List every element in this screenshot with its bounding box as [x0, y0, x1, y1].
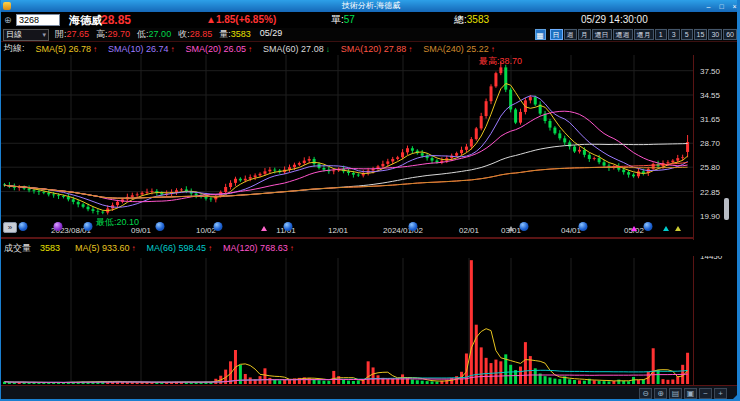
indicator-SMA(10): SMA(10) 26.74↑ [108, 44, 175, 54]
date-label: 02/01 [459, 226, 479, 235]
stock-price: 28.85 [101, 12, 131, 28]
quote-datetime: 05/29 14:30:00 [581, 12, 648, 28]
indicator-SMA(20): SMA(20) 26.05↑ [186, 44, 253, 54]
period-buttons: 日週月還日還週還月135153060 [549, 29, 737, 40]
period-button-月[interactable]: 月 [578, 29, 591, 40]
single-volume-value: 57 [344, 14, 355, 25]
indicator-MA(5): MA(5) 933.60↑ [75, 243, 136, 253]
layout-icon[interactable]: ▣ [684, 388, 697, 399]
event-marker-triangle[interactable] [631, 226, 637, 231]
period-button-3[interactable]: 3 [668, 29, 680, 40]
up-arrow-icon: ↑ [491, 45, 495, 54]
event-marker-circle[interactable] [409, 222, 418, 231]
ohlc-開: 開:27.65 [55, 28, 89, 41]
volume-indicator-row[interactable]: 成交量 3583 MA(5) 933.60↑MA(66) 598.45↑MA(1… [1, 240, 740, 256]
ohlc-量: 量:3583 [219, 28, 251, 41]
highest-price-label: 最高:38.70 [479, 55, 522, 68]
indicator-SMA(60): SMA(60) 27.08↓ [263, 44, 330, 54]
period-button-還週[interactable]: 還週 [613, 29, 633, 40]
volume-ma-items: MA(5) 933.60↑MA(66) 598.45↑MA(120) 768.6… [64, 243, 294, 253]
stock-picker-icon[interactable]: ⊕ [4, 12, 12, 28]
total-volume-label: 總: [454, 14, 467, 25]
window-title: 技術分析-海德威 [1, 0, 740, 12]
date-label: 12/01 [328, 226, 348, 235]
event-marker-circle[interactable] [54, 222, 63, 231]
price-axis-column: 37.5034.5531.6528.7025.8022.8519.90 1445… [693, 55, 738, 385]
info-bar: ⊕ 海德威 28.85 ▲1.85(+6.85%) 單:57 總:3583 05… [1, 12, 740, 28]
price-axis-label: 25.80 [700, 163, 720, 172]
period-button-15[interactable]: 15 [694, 29, 708, 40]
event-marker-triangle[interactable] [675, 226, 681, 231]
plus-icon[interactable]: + [714, 388, 727, 399]
volume-row-label: 成交量 [4, 242, 31, 255]
bottom-status-bar: ⊖⊕▤▣−+ [1, 386, 740, 401]
ohlc-高: 高:29.70 [96, 28, 130, 41]
ohlc-低: 低:27.00 [137, 28, 171, 41]
app-window: 技術分析-海德威 –□× ⊕ 海德威 28.85 ▲1.85(+6.85%) 單… [0, 0, 740, 401]
sma-row-label: 均線: [4, 42, 25, 55]
maximize-button[interactable]: □ [715, 1, 728, 12]
event-marker-circle[interactable] [214, 222, 223, 231]
event-marker-triangle[interactable] [261, 226, 267, 231]
panel-icon[interactable]: ▤ [669, 388, 682, 399]
event-marker-triangle[interactable] [508, 226, 514, 231]
zoom-in-icon[interactable]: ⊕ [654, 388, 667, 399]
price-axis-label: 28.70 [700, 139, 720, 148]
event-marker-circle[interactable] [644, 222, 653, 231]
window-controls: –□× [702, 1, 740, 12]
stock-code-input[interactable] [16, 14, 60, 26]
price-axis-label: 34.55 [700, 91, 720, 100]
period-button-還月[interactable]: 還月 [634, 29, 654, 40]
ohlc-收: 收:28.85 [178, 28, 212, 41]
single-volume: 單:57 [331, 12, 355, 28]
period-button-1[interactable]: 1 [655, 29, 667, 40]
period-button-30[interactable]: 30 [708, 29, 722, 40]
up-arrow-icon: ↑ [248, 45, 252, 54]
price-axis-label: 37.50 [700, 67, 720, 76]
down-arrow-icon: ↓ [326, 45, 330, 54]
period-button-日[interactable]: 日 [550, 29, 563, 40]
volume-total: 3583 [40, 243, 60, 253]
event-marker-circle[interactable] [19, 222, 28, 231]
event-marker-circle[interactable] [284, 222, 293, 231]
price-chart[interactable] [1, 55, 693, 220]
timeframe-dropdown[interactable]: 日線 ▾ [3, 29, 49, 41]
close-button[interactable]: × [728, 1, 740, 12]
volume-chart[interactable] [1, 258, 693, 384]
indicator-MA(120): MA(120) 768.63↑ [223, 243, 294, 253]
chart-toolbar: 日線 ▾ 開:27.65高:29.70低:27.00收:28.85量:35830… [1, 28, 740, 42]
total-volume-value: 3583 [467, 14, 489, 25]
price-axis-label: 19.90 [700, 212, 720, 221]
period-button-週[interactable]: 週 [564, 29, 577, 40]
sma-indicator-row[interactable]: 均線: SMA(5) 26.78↑SMA(10) 26.74↑SMA(20) 2… [1, 42, 740, 55]
up-arrow-icon: ↑ [132, 244, 136, 253]
stock-name: 海德威 [69, 12, 102, 28]
expand-axis-button[interactable]: » [3, 222, 17, 233]
event-marker-circle[interactable] [84, 222, 93, 231]
minus-icon[interactable]: − [699, 388, 712, 399]
event-marker-circle[interactable] [520, 222, 529, 231]
period-button-60[interactable]: 60 [723, 29, 737, 40]
up-arrow-icon: ↑ [93, 45, 97, 54]
title-bar: 技術分析-海德威 –□× [1, 0, 740, 12]
event-marker-circle[interactable] [579, 222, 588, 231]
resize-grip-icon[interactable] [732, 392, 740, 400]
chevron-down-icon: ▾ [42, 31, 46, 39]
scrollbar-thumb[interactable] [724, 198, 729, 220]
event-marker-circle[interactable] [156, 222, 165, 231]
sma-items: SMA(5) 26.78↑SMA(10) 26.74↑SMA(20) 26.05… [25, 44, 495, 54]
zoom-out-icon[interactable]: ⊖ [639, 388, 652, 399]
period-button-5[interactable]: 5 [681, 29, 693, 40]
minimize-button[interactable]: – [702, 1, 715, 12]
price-axis-label: 31.65 [700, 115, 720, 124]
up-arrow-icon: ↑ [290, 244, 294, 253]
stock-change: ▲1.85(+6.85%) [206, 12, 276, 28]
event-marker-triangle[interactable] [663, 226, 669, 231]
bottom-icons: ⊖⊕▤▣−+ [637, 388, 727, 399]
ohlc-date: 05/29 [260, 28, 283, 41]
period-button-還日[interactable]: 還日 [592, 29, 612, 40]
timeframe-value: 日線 [6, 29, 22, 40]
chart-type-icon[interactable]: ▦ [535, 29, 546, 40]
total-volume: 總:3583 [454, 12, 489, 28]
up-arrow-icon: ↑ [208, 244, 212, 253]
